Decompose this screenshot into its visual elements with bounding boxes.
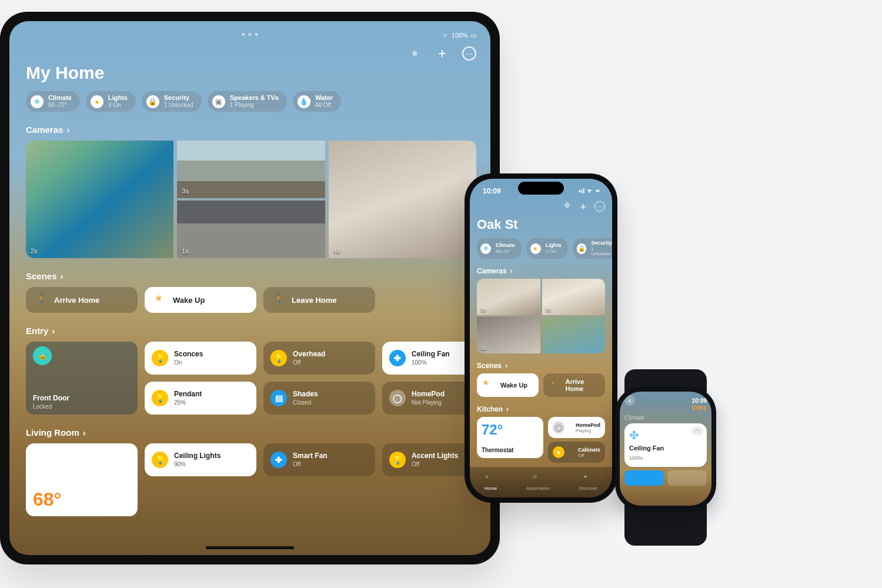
scene-arrive-home[interactable]: 🚶 Arrive Home xyxy=(26,287,138,313)
home-title: My Home xyxy=(26,63,476,83)
tile-ceiling-fan[interactable]: ··· ✤ Ceiling Fan 100% xyxy=(624,423,707,467)
tv-icon: ▣ xyxy=(212,95,225,108)
fan-icon: ✤ xyxy=(389,350,406,366)
camera-tile[interactable]: 3s xyxy=(177,141,325,198)
home-indicator[interactable] xyxy=(206,546,294,549)
section-cameras[interactable]: Cameras xyxy=(26,125,476,135)
lock-icon: 🔒 xyxy=(33,346,52,365)
chip-lights[interactable]: ● Lights3 On xyxy=(86,91,136,112)
lightbulb-icon: 💡 xyxy=(389,452,406,468)
accessory-tile[interactable] xyxy=(624,470,664,486)
homepod-icon: ◯ xyxy=(389,390,406,406)
status-time: 10:09 xyxy=(483,187,501,195)
tile-overhead[interactable]: 💡 OverheadOff xyxy=(263,342,375,375)
lightbulb-icon: ● xyxy=(553,446,564,458)
more-button[interactable]: ··· xyxy=(462,46,476,61)
ipad-device: ᯤ 100% ▭ + ··· My Home ❄︎ Climate68–72° xyxy=(0,12,500,564)
watch-device: ‹ 10:09 Entry Climate ··· ✤ Ceiling Fan … xyxy=(615,387,716,510)
climate-icon: ❄︎ xyxy=(480,243,491,254)
section-kitchen[interactable]: Kitchen xyxy=(477,405,605,413)
camera-tile[interactable]: 4s xyxy=(329,141,476,258)
iphone-screen: 10:09 •ıl ᯤ ▭ + ··· Oak St ❄︎ Climate68–… xyxy=(470,179,612,497)
tile-homepod[interactable]: ◯ HomePodPlaying xyxy=(548,417,605,438)
tile-sconces[interactable]: 💡 SconcesOn xyxy=(145,342,256,375)
more-button[interactable]: ··· xyxy=(691,427,703,435)
section-cameras[interactable]: Cameras xyxy=(477,267,605,275)
category-chips: ❄︎ Climate68–72° ● Lights3 On 🔒 Security… xyxy=(26,91,476,112)
tile-thermostat[interactable]: 72° Thermostat xyxy=(477,417,543,458)
battery-icon: ▭ xyxy=(470,32,476,39)
lightbulb-icon: 💡 xyxy=(152,452,168,468)
tab-automation[interactable]: ◷Automation xyxy=(526,474,550,491)
intercom-button[interactable] xyxy=(408,46,422,61)
status-time: 10:09 xyxy=(691,397,707,404)
section-living-room[interactable]: Living Room xyxy=(26,427,476,437)
star-icon: ★ xyxy=(583,474,594,485)
accessory-tile[interactable] xyxy=(667,470,707,486)
watch-screen: ‹ 10:09 Entry Climate ··· ✤ Ceiling Fan … xyxy=(620,392,711,506)
section-climate: Climate xyxy=(624,415,707,421)
chip-water[interactable]: 💧 WaterAll Off xyxy=(293,91,341,112)
camera-tile[interactable]: 1s xyxy=(177,201,325,258)
fan-icon: ✤ xyxy=(629,429,639,442)
wifi-icon: ᯤ xyxy=(443,32,449,39)
scene-leave-home[interactable]: 🚶 Leave Home xyxy=(263,287,375,313)
more-button[interactable]: ··· xyxy=(594,201,605,212)
lock-icon: 🔒 xyxy=(146,95,159,108)
ipad-status-bar: ᯤ 100% ▭ xyxy=(26,32,476,39)
tab-discover[interactable]: ★Discover xyxy=(579,474,597,491)
tile-front-door[interactable]: 🔒 Front DoorLocked xyxy=(26,342,138,415)
chip-speakers-tvs[interactable]: ▣ Speakers & TVs1 Playing xyxy=(208,91,287,112)
back-button[interactable]: ‹ xyxy=(624,395,635,406)
sunrise-icon: ☀︎ xyxy=(155,294,167,306)
shades-icon: ▤ xyxy=(270,390,287,406)
lightbulb-icon: ● xyxy=(530,243,541,254)
lightbulb-icon: 💡 xyxy=(152,350,168,366)
lightbulb-icon: ● xyxy=(91,95,103,108)
tab-bar: ⌂Home ◷Automation ★Discover xyxy=(470,467,612,497)
house-icon: ⌂ xyxy=(486,474,496,485)
scene-wake-up[interactable]: ☀︎ Wake Up xyxy=(477,373,539,397)
camera-grid: 2s 3s 1s 4s xyxy=(26,141,476,258)
chip-security[interactable]: 🔒 Security1 Unlocked xyxy=(142,91,202,112)
tile-cabinets[interactable]: ● CabinetsOff xyxy=(548,442,605,463)
dynamic-island xyxy=(518,182,564,195)
homepod-icon: ◯ xyxy=(553,422,564,433)
camera-tile[interactable] xyxy=(542,317,606,353)
lightbulb-icon: 💡 xyxy=(270,350,287,366)
scene-arrive-home[interactable]: 🚶 Arrive Home xyxy=(543,373,605,397)
section-entry[interactable]: Entry xyxy=(26,326,476,336)
add-button[interactable]: + xyxy=(580,201,586,213)
tile-thermostat[interactable]: 68° xyxy=(26,443,138,516)
section-scenes[interactable]: Scenes xyxy=(477,362,605,370)
person-walk-icon: 🚶 xyxy=(549,379,560,391)
chip-climate[interactable]: ❄︎ Climate68–72° xyxy=(26,91,80,112)
person-walk-icon: 🚶 xyxy=(36,294,48,306)
battery-percent: 100% xyxy=(452,32,468,39)
camera-tile[interactable]: 2s xyxy=(477,279,540,315)
lock-icon: 🔒 xyxy=(577,243,587,254)
tab-home[interactable]: ⌂Home xyxy=(485,474,497,491)
camera-tile[interactable]: 2s xyxy=(26,141,173,258)
home-title: Oak St xyxy=(477,217,605,232)
fan-icon: ✤ xyxy=(270,452,287,468)
section-scenes[interactable]: Scenes xyxy=(26,271,476,281)
tile-ceiling-lights[interactable]: 💡 Ceiling Lights90% xyxy=(145,443,256,476)
chip-climate[interactable]: ❄︎ Climate68–72° xyxy=(477,238,521,259)
drop-icon: 💧 xyxy=(298,95,310,108)
tile-smart-fan[interactable]: ✤ Smart FanOff xyxy=(263,443,375,476)
camera-tile[interactable]: 1s xyxy=(477,317,540,353)
person-leave-icon: 🚶 xyxy=(274,294,286,306)
scene-wake-up[interactable]: ☀︎ Wake Up xyxy=(145,287,256,313)
tile-shades[interactable]: ▤ ShadesClosed xyxy=(263,382,375,415)
tile-pendant[interactable]: 💡 Pendant25% xyxy=(145,382,256,415)
chip-lights[interactable]: ● Lights2 On xyxy=(527,238,567,259)
iphone-device: 10:09 •ıl ᯤ ▭ + ··· Oak St ❄︎ Climate68–… xyxy=(465,173,617,503)
camera-tile[interactable]: 3s xyxy=(542,279,606,315)
room-name: Entry xyxy=(624,405,707,411)
signal-wifi-battery: •ıl ᯤ ▭ xyxy=(578,187,599,195)
add-button[interactable]: + xyxy=(435,46,449,61)
lightbulb-icon: 💡 xyxy=(152,390,168,406)
chip-security[interactable]: 🔒 Security1 Unlocked xyxy=(573,238,612,259)
intercom-button[interactable] xyxy=(563,201,572,213)
